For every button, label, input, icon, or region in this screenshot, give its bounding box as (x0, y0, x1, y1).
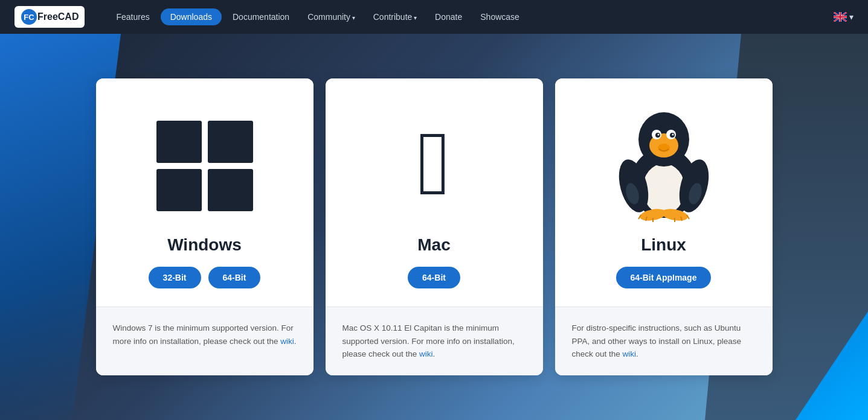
linux-appimage-button[interactable]: 64-Bit AppImage (616, 267, 712, 288)
apple-icon:  (417, 118, 451, 208)
windows-32bit-button[interactable]: 32-Bit (149, 267, 201, 288)
flag-icon (834, 12, 847, 22)
mac-wiki-link[interactable]: wiki (419, 349, 433, 358)
page-background: Windows 32-Bit 64-Bit Windows 7 is the m… (0, 34, 868, 420)
linux-title: Linux (641, 235, 686, 255)
logo[interactable]: FC FreeCAD (14, 6, 85, 28)
mac-icon-area:  (417, 103, 451, 223)
svg-rect-12 (208, 121, 253, 163)
svg-rect-11 (156, 121, 202, 163)
navbar: FC FreeCAD Features Downloads Documentat… (0, 0, 868, 34)
windows-card-description: Windows 7 is the minimum supported versi… (96, 307, 313, 375)
svg-text:FC: FC (24, 13, 34, 22)
language-dropdown-icon: ▾ (849, 12, 854, 22)
windows-card-top: Windows 32-Bit 64-Bit (96, 78, 313, 307)
linux-card: Linux 64-Bit AppImage For distro-specifi… (555, 78, 773, 375)
mac-card-description: Mac OS X 10.11 El Capitan is the minimum… (326, 307, 543, 375)
windows-wiki-link[interactable]: wiki (280, 337, 294, 346)
svg-point-23 (657, 133, 659, 135)
mac-title: Mac (417, 235, 450, 255)
cards-container: Windows 32-Bit 64-Bit Windows 7 is the m… (72, 78, 797, 375)
windows-icon-area (150, 103, 259, 223)
svg-rect-14 (208, 169, 253, 211)
windows-64bit-button[interactable]: 64-Bit (208, 267, 261, 288)
windows-icon (150, 109, 259, 217)
windows-description-text: Windows 7 is the minimum supported versi… (113, 323, 294, 346)
nav-features[interactable]: Features (109, 8, 156, 25)
nav-links: Features Downloads Documentation Communi… (109, 8, 834, 25)
mac-card:  Mac 64-Bit Mac OS X 10.11 El Capitan i… (326, 78, 543, 375)
linux-wiki-link[interactable]: wiki (623, 349, 637, 358)
svg-point-16 (643, 164, 685, 214)
windows-title: Windows (167, 235, 242, 255)
svg-rect-13 (156, 169, 202, 211)
nav-donate[interactable]: Donate (428, 8, 469, 25)
mac-buttons: 64-Bit (408, 267, 460, 288)
linux-card-top: Linux 64-Bit AppImage (555, 78, 773, 307)
nav-community[interactable]: Community (300, 8, 362, 25)
linux-buttons: 64-Bit AppImage (616, 267, 712, 288)
logo-text: FreeCAD (37, 11, 79, 22)
nav-documentation[interactable]: Documentation (225, 8, 297, 25)
linux-description-text: For distro-specific instructions, such a… (572, 323, 741, 358)
windows-buttons: 32-Bit 64-Bit (149, 267, 261, 288)
windows-card: Windows 32-Bit 64-Bit Windows 7 is the m… (96, 78, 313, 375)
freecad-logo-icon: FC (21, 8, 37, 25)
svg-point-24 (672, 133, 674, 135)
linux-card-description: For distro-specific instructions, such a… (555, 307, 773, 375)
nav-showcase[interactable]: Showcase (473, 8, 527, 25)
language-selector[interactable]: ▾ (834, 12, 854, 22)
linux-icon-area (616, 103, 712, 223)
tux-icon (616, 104, 712, 222)
nav-downloads[interactable]: Downloads (161, 8, 222, 25)
nav-contribute[interactable]: Contribute (366, 8, 424, 25)
mac-card-top:  Mac 64-Bit (326, 78, 543, 307)
mac-64bit-button[interactable]: 64-Bit (408, 267, 460, 288)
